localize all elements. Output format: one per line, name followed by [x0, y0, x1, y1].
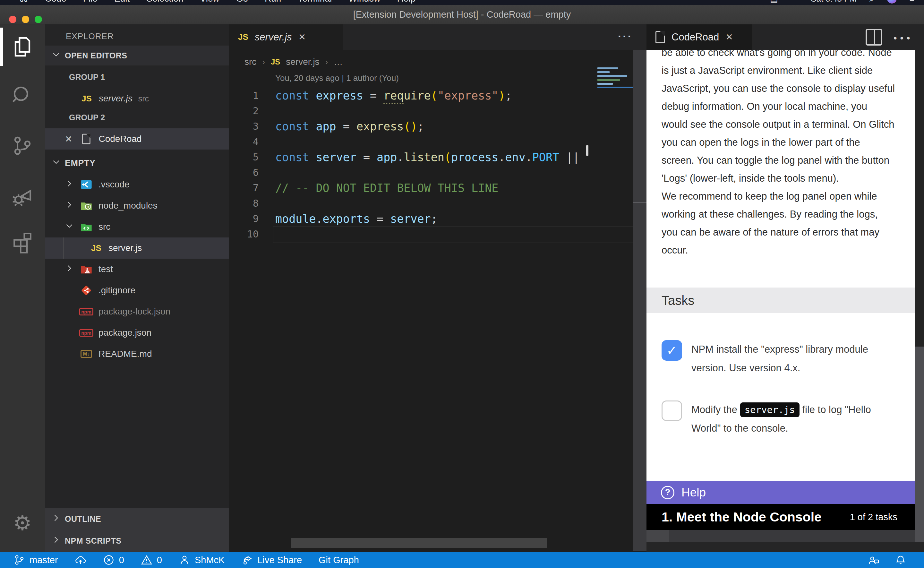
activitybar-extensions-icon[interactable]: [0, 224, 45, 262]
code-line-5[interactable]: 5const server = app.listen(process.env.P…: [229, 150, 647, 165]
activitybar-search-icon[interactable]: [0, 76, 45, 115]
code-line-4[interactable]: 4: [229, 134, 647, 150]
explorer-sidebar: EXPLORER OPEN EDITORSGROUP 1JSserver.jss…: [45, 24, 229, 552]
activitybar-source-control-icon[interactable]: [0, 127, 45, 165]
vscode-icon: [79, 178, 93, 191]
tab-coderoad[interactable]: CodeRoad ✕: [647, 24, 752, 50]
split-editor-icon[interactable]: [865, 29, 882, 45]
svg-text:js: js: [86, 205, 89, 209]
tab-server-js[interactable]: JS server.js ✕: [229, 24, 343, 50]
statusbar-bell-icon[interactable]: [895, 554, 906, 566]
close-tab-icon[interactable]: ✕: [298, 32, 306, 42]
tree-item-server-js[interactable]: JSserver.js: [45, 237, 229, 259]
editor-more-actions-icon[interactable]: ···: [618, 30, 633, 43]
npm-icon: npm: [79, 329, 93, 337]
editor-vertical-scrollbar[interactable]: [633, 50, 647, 551]
activity-bar: ⚙: [0, 24, 45, 552]
open-editors-group-label: GROUP 2: [45, 109, 229, 126]
window-title: [Extension Development Host] - CodeRoad …: [0, 5, 924, 24]
lesson-progress: 1 of 2 tasks: [850, 512, 897, 523]
task-checkbox-unchecked[interactable]: [662, 400, 682, 421]
breadcrumb-item[interactable]: server.js: [286, 57, 319, 67]
tree-item--gitignore[interactable]: .gitignore: [45, 280, 229, 301]
task-checkbox-checked[interactable]: ✓: [662, 340, 682, 361]
js-file-icon: JS: [238, 32, 248, 42]
tree-item-package-lock-json[interactable]: npmpackage-lock.json: [45, 301, 229, 322]
tree-item-package-json[interactable]: npmpackage.json: [45, 322, 229, 343]
breadcrumb-item[interactable]: src: [244, 57, 256, 67]
chevron-down-icon: [65, 222, 74, 232]
tree-item-node_modules[interactable]: jsnode_modules: [45, 195, 229, 216]
menu-item-terminal[interactable]: Terminal: [298, 0, 332, 4]
md-icon: M↓: [79, 350, 93, 358]
editor-group-server-js[interactable]: JS server.js ✕ ··· src›JSserver.js›… You…: [229, 24, 647, 552]
help-section-toggle[interactable]: ? Help: [647, 481, 915, 504]
panel-more-actions-icon[interactable]: •••: [894, 33, 913, 44]
open-editor-item-server-js[interactable]: JSserver.jssrc: [45, 88, 229, 109]
section-npm-scripts[interactable]: NPM SCRIPTS: [45, 530, 229, 551]
tree-item--vscode[interactable]: .vscode: [45, 174, 229, 195]
menu-item-file[interactable]: File: [83, 0, 98, 4]
chevron-down-icon: [52, 50, 60, 60]
node-icon: js: [79, 199, 93, 212]
code-line-6[interactable]: 6: [229, 165, 647, 180]
statusbar-0[interactable]: 0: [141, 554, 162, 566]
chevron-down-icon: [52, 158, 60, 168]
breadcrumb-item[interactable]: …: [334, 57, 343, 67]
file-icon: [79, 133, 93, 145]
activitybar-run-debug-icon[interactable]: [0, 177, 45, 215]
spotlight-icon: ⌕: [870, 0, 874, 4]
code-line-7[interactable]: 7// -- DO NOT EDIT BELOW THIS LINE: [229, 180, 647, 196]
code-line-9[interactable]: 9module.exports = server;: [229, 211, 647, 227]
minimap[interactable]: [597, 67, 633, 88]
menu-item-code[interactable]: Code: [45, 0, 66, 4]
close-editor-icon[interactable]: ✕: [65, 134, 72, 144]
warning-triangle-icon: [141, 554, 152, 566]
tree-item-readme-md[interactable]: M↓README.md: [45, 343, 229, 364]
open-editor-item-coderoad[interactable]: ✕CodeRoad: [45, 128, 229, 150]
menu-item-run[interactable]: Run: [265, 0, 281, 4]
tab-title: server.js: [255, 32, 292, 43]
code-line-8[interactable]: 8: [229, 196, 647, 211]
statusbar-cloud-upload[interactable]: [75, 554, 86, 566]
webview-scrollbar[interactable]: [915, 50, 924, 542]
editor-tab-bar: JS server.js ✕ ···: [229, 24, 647, 50]
chevron-right-icon: [65, 264, 74, 275]
statusbar-feedback-icon[interactable]: [868, 554, 879, 566]
activitybar-explorer-icon[interactable]: [0, 27, 45, 66]
menu-item-edit[interactable]: Edit: [114, 0, 130, 4]
statusbar-git-graph[interactable]: Git Graph: [319, 555, 359, 565]
tree-item-src[interactable]: src: [45, 216, 229, 237]
menu-item-view[interactable]: View: [200, 0, 219, 4]
gitlens-annotation[interactable]: You, 20 days ago | 1 author (You): [275, 73, 399, 83]
menu-item-selection[interactable]: Selection: [146, 0, 183, 4]
code-line-2[interactable]: 2: [229, 103, 647, 119]
statusbar-live-share[interactable]: Live Share: [241, 554, 302, 566]
section-open-editors[interactable]: OPEN EDITORS: [45, 45, 229, 65]
statusbar-master[interactable]: master: [14, 554, 58, 566]
menu-item-window[interactable]: Window: [348, 0, 380, 4]
test-icon: [79, 263, 93, 276]
apple-menu-icon[interactable]: ⌘: [19, 0, 28, 4]
code-area[interactable]: 1const express = require("express");23co…: [229, 88, 647, 242]
code-line-10[interactable]: 10: [229, 227, 647, 242]
coderoad-tab-bar: CodeRoad ✕ •••: [647, 24, 924, 50]
lesson-title-bar[interactable]: 1. Meet the Node Console 1 of 2 tasks: [647, 504, 915, 530]
code-line-1[interactable]: 1const express = require("express");: [229, 88, 647, 103]
section-outline[interactable]: OUTLINE: [45, 508, 229, 530]
menu-item-help[interactable]: Help: [397, 0, 416, 4]
close-tab-icon[interactable]: ✕: [725, 32, 733, 42]
statusbar-shmck[interactable]: ShMcK: [179, 554, 225, 566]
help-label: Help: [681, 486, 706, 499]
breadcrumb[interactable]: src›JSserver.js›…: [244, 54, 343, 70]
activitybar-settings-gear-icon[interactable]: ⚙: [0, 504, 45, 542]
editor-horizontal-scrollbar[interactable]: [291, 538, 547, 548]
menu-item-go[interactable]: Go: [236, 0, 248, 4]
statusbar-0[interactable]: 0: [103, 554, 124, 566]
code-line-3[interactable]: 3const app = express();: [229, 119, 647, 134]
tasks-section-header: Tasks: [647, 287, 915, 313]
person-icon: [179, 554, 190, 566]
control-center-icon: ≡: [910, 0, 914, 4]
tree-item-test[interactable]: test: [45, 259, 229, 280]
section-workspace-empty[interactable]: EMPTY: [45, 153, 229, 174]
